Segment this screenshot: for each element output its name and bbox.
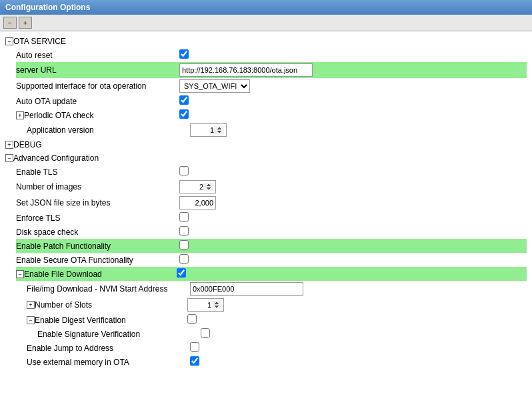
enable-tls-row: Enable TLS: [16, 165, 527, 179]
enable-patch-checkbox[interactable]: [179, 240, 189, 250]
use-external-memory-checkbox[interactable]: [190, 356, 199, 366]
enforce-tls-label: Enforce TLS: [16, 214, 176, 223]
debug-section: + DEBUG: [5, 138, 527, 151]
file-img-download-label: File/img Download - NVM Start Address: [27, 284, 187, 294]
app-version-row: Application version: [27, 122, 527, 138]
json-file-size-row: Set JSON file size in bytes: [16, 195, 527, 211]
num-slots-row: + Number of Slots: [27, 297, 527, 313]
server-url-input[interactable]: [179, 63, 313, 77]
enable-digest-row: − Enable Digest Verification: [27, 313, 527, 327]
app-version-input[interactable]: [190, 123, 227, 137]
auto-ota-checkbox[interactable]: [179, 95, 189, 105]
debug-expand-icon[interactable]: +: [5, 141, 13, 149]
app-version-label: Application version: [27, 125, 187, 135]
server-url-row: server URL: [16, 62, 527, 78]
num-slots-input[interactable]: [187, 298, 224, 312]
num-images-input[interactable]: [179, 180, 216, 193]
json-file-size-control: [179, 196, 216, 210]
auto-ota-control: [179, 95, 189, 107]
use-external-memory-control: [190, 356, 199, 368]
num-slots-expand-icon[interactable]: +: [27, 301, 35, 309]
enable-signature-checkbox[interactable]: [201, 328, 210, 338]
enable-file-download-label: Enable File Download: [24, 270, 173, 279]
advanced-config-section: − Advanced Configuration: [5, 151, 527, 165]
enable-tls-checkbox[interactable]: [179, 166, 189, 175]
enable-secure-ota-control: [179, 254, 189, 266]
advanced-config-label: Advanced Configuration: [13, 153, 99, 163]
debug-label: DEBUG: [13, 140, 42, 149]
disk-space-label: Disk space check: [16, 228, 176, 237]
advanced-config-expand-icon[interactable]: −: [5, 154, 13, 162]
ota-service-label: OTA SERVICE: [13, 37, 66, 46]
use-external-memory-row: Use external memory in OTA: [27, 355, 527, 369]
enable-digest-expand-icon[interactable]: −: [27, 316, 35, 324]
auto-reset-row: Auto reset: [16, 48, 527, 62]
app-version-control: [190, 123, 227, 137]
periodic-ota-control: [179, 109, 189, 121]
periodic-ota-expand-icon[interactable]: +: [16, 111, 24, 119]
enable-file-download-expand-icon[interactable]: −: [16, 270, 24, 278]
num-images-label: Number of images: [16, 182, 176, 191]
periodic-ota-checkbox[interactable]: [179, 109, 189, 119]
auto-ota-label: Auto OTA update: [16, 97, 176, 106]
disk-space-control: [179, 226, 189, 238]
enable-secure-ota-row: Enable Secure OTA Functionality: [16, 253, 527, 267]
num-slots-control: [187, 298, 224, 312]
enable-patch-row: Enable Patch Functionality: [16, 239, 527, 253]
collapse-button[interactable]: −: [3, 17, 17, 29]
supported-interface-control: SYS_OTA_WIFI: [179, 79, 250, 93]
enable-digest-checkbox[interactable]: [187, 314, 197, 324]
toolbar: − +: [0, 15, 532, 31]
enforce-tls-row: Enforce TLS: [16, 211, 527, 225]
disk-space-checkbox[interactable]: [179, 226, 189, 236]
json-file-size-label: Set JSON file size in bytes: [16, 198, 176, 207]
enable-patch-control: [179, 240, 189, 252]
enable-patch-label: Enable Patch Functionality: [16, 242, 176, 251]
enforce-tls-control: [179, 212, 189, 224]
use-external-memory-label: Use external memory in OTA: [27, 358, 187, 367]
enable-file-download-row: − Enable File Download: [16, 267, 527, 281]
enable-jump-checkbox[interactable]: [190, 342, 199, 352]
periodic-ota-row: + Periodic OTA check: [16, 108, 527, 122]
auto-reset-control: [179, 49, 189, 61]
enable-digest-label: Enable Digest Verification: [35, 316, 184, 325]
enable-signature-row: Enable Signature Verification: [37, 327, 527, 341]
num-images-row: Number of images: [16, 179, 527, 195]
auto-reset-label: Auto reset: [16, 51, 176, 60]
enable-tls-control: [179, 166, 189, 177]
enable-signature-control: [201, 328, 210, 340]
file-img-download-row: File/img Download - NVM Start Address: [27, 281, 527, 297]
supported-interface-row: Supported interface for ota operation SY…: [16, 78, 527, 94]
num-slots-label: Number of Slots: [35, 300, 184, 310]
periodic-ota-label: Periodic OTA check: [24, 111, 176, 120]
enable-jump-control: [190, 342, 199, 354]
enable-file-download-control: [177, 268, 186, 280]
enable-file-download-checkbox[interactable]: [177, 268, 186, 278]
file-img-download-input[interactable]: [190, 282, 303, 296]
enable-secure-ota-label: Enable Secure OTA Functionality: [16, 256, 176, 265]
ota-service-section: − OTA SERVICE: [5, 35, 527, 48]
title-bar: Configuration Options: [0, 0, 532, 15]
disk-space-row: Disk space check: [16, 225, 527, 239]
server-url-control: [179, 63, 313, 77]
expand-button[interactable]: +: [19, 17, 32, 29]
window-title: Configuration Options: [5, 3, 90, 12]
supported-interface-select[interactable]: SYS_OTA_WIFI: [179, 79, 250, 93]
config-panel: − OTA SERVICE Auto reset server URL Supp…: [0, 31, 532, 417]
enable-secure-ota-checkbox[interactable]: [179, 254, 189, 264]
auto-ota-row: Auto OTA update: [16, 94, 527, 108]
file-img-download-control: [190, 282, 303, 296]
enable-tls-label: Enable TLS: [16, 167, 176, 177]
num-images-control: [179, 180, 216, 193]
server-url-label: server URL: [16, 65, 176, 75]
supported-interface-label: Supported interface for ota operation: [16, 81, 176, 91]
enable-signature-label: Enable Signature Verification: [37, 330, 197, 339]
ota-service-expand-icon[interactable]: −: [5, 37, 13, 45]
enable-jump-label: Enable Jump to Address: [27, 344, 187, 353]
enable-digest-control: [187, 314, 197, 326]
enable-jump-row: Enable Jump to Address: [27, 341, 527, 355]
json-file-size-input[interactable]: [179, 196, 216, 210]
auto-reset-checkbox[interactable]: [179, 49, 189, 59]
enforce-tls-checkbox[interactable]: [179, 212, 189, 222]
